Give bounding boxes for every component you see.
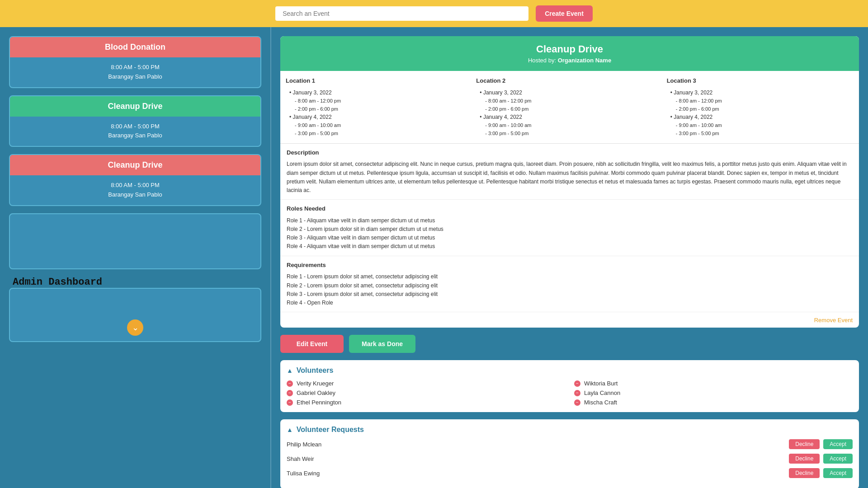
location-3-time-1a: 8:00 am - 12:00 pm (670, 97, 854, 105)
location-2-title: Location 2 (476, 76, 663, 86)
event-card-1-body: 8:00 AM - 5:00 PM Barangay San Pablo (10, 57, 260, 87)
event-card-1[interactable]: Blood Donation 8:00 AM - 5:00 PM Baranga… (9, 36, 261, 88)
request-actions-1: Decline Accept (789, 439, 853, 449)
request-name-2: Shah Weir (287, 455, 314, 462)
event-card-2-title: Cleanup Drive (10, 96, 260, 117)
volunteer-status-dot-4: − (574, 390, 580, 396)
request-actions-3: Decline Accept (789, 468, 853, 478)
event-card-3-time: 8:00 AM - 5:00 PM (17, 181, 253, 190)
location-2-date-2: January 4, 2022 (480, 113, 663, 122)
volunteer-status-dot-5: − (287, 399, 293, 406)
req-3: Role 3 - Lorem ipsum dolor sit amet, con… (287, 290, 853, 299)
volunteer-item-1: − Verity Krueger (287, 380, 565, 387)
role-1: Role 1 - Aliquam vitae velit in diam sem… (287, 216, 853, 225)
request-row-2: Shah Weir Decline Accept (287, 454, 853, 464)
role-2: Role 2 - Lorem ipsum dolor sit in diam s… (287, 225, 853, 234)
roles-title: Roles Needed (287, 204, 853, 214)
event-card-1-time: 8:00 AM - 5:00 PM (17, 63, 253, 72)
action-buttons-row: Edit Event Mark as Done (280, 335, 859, 353)
requests-chevron-icon: ▲ (287, 426, 293, 433)
event-card-3[interactable]: Cleanup Drive 8:00 AM - 5:00 PM Barangay… (9, 154, 261, 206)
volunteer-item-6: − Mischa Craft (574, 399, 853, 406)
event-card-3-body: 8:00 AM - 5:00 PM Barangay San Pablo (10, 175, 260, 205)
create-event-button[interactable]: Create Event (536, 5, 593, 22)
volunteer-status-dot-3: − (287, 390, 293, 396)
admin-dashboard-label: Admin Dashboard (9, 277, 261, 288)
chevron-down-button[interactable]: ⌄ (127, 319, 143, 336)
volunteer-name-1: Verity Krueger (297, 380, 334, 387)
volunteers-section: ▲ Volunteers − Verity Krueger − Wiktoria… (280, 360, 859, 412)
location-1-date-1: January 3, 2022 (289, 89, 472, 97)
event-card-3-title: Cleanup Drive (10, 155, 260, 175)
detail-panel: Cleanup Drive Hosted by: Organization Na… (271, 27, 868, 488)
location-2: Location 2 January 3, 2022 8:00 am - 12:… (476, 76, 663, 138)
volunteers-chevron-icon: ▲ (287, 367, 293, 374)
decline-button-2[interactable]: Decline (789, 454, 820, 464)
location-3-time-2a: 9:00 am - 10:00 am (670, 122, 854, 130)
main-layout: Blood Donation 8:00 AM - 5:00 PM Baranga… (0, 27, 868, 488)
volunteer-item-3: − Gabriel Oakley (287, 389, 565, 396)
event-card-5[interactable]: ⌄ (9, 288, 261, 342)
volunteer-item-5: − Ethel Pennington (287, 399, 565, 406)
location-3-date-2: January 4, 2022 (670, 113, 854, 122)
description-title: Description (287, 148, 853, 158)
location-1-time-1a: 8:00 am - 12:00 pm (289, 97, 472, 105)
request-name-3: Tulisa Ewing (287, 470, 320, 477)
remove-event-link[interactable]: Remove Event (814, 317, 853, 324)
event-card-1-location: Barangay San Pablo (17, 72, 253, 82)
req-4: Role 4 - Open Role (287, 299, 853, 307)
volunteer-requests-section: ▲ Volunteer Requests Philip Mclean Decli… (280, 419, 859, 488)
accept-button-3[interactable]: Accept (823, 468, 853, 478)
search-input[interactable] (275, 6, 528, 21)
location-2-time-1a: 8:00 am - 12:00 pm (480, 97, 663, 105)
event-card-2-time: 8:00 AM - 5:00 PM (17, 122, 253, 131)
requests-title: Volunteer Requests (297, 426, 364, 434)
location-3: Location 3 January 3, 2022 8:00 am - 12:… (667, 76, 854, 138)
event-card-2-location: Barangay San Pablo (17, 131, 253, 141)
accept-button-2[interactable]: Accept (823, 454, 853, 464)
locations-row: Location 1 January 3, 2022 8:00 am - 12:… (280, 71, 859, 144)
req-2: Role 2 - Lorem ipsum dolor sit amet, con… (287, 282, 853, 290)
volunteer-name-2: Wiktoria Burt (584, 380, 618, 387)
request-actions-2: Decline Accept (789, 454, 853, 464)
event-card-1-title: Blood Donation (10, 37, 260, 57)
volunteer-name-4: Layla Cannon (584, 389, 620, 396)
location-1-time-2a: 9:00 am - 10:00 am (289, 122, 472, 130)
event-detail-header: Cleanup Drive Hosted by: Organization Na… (280, 36, 859, 71)
location-2-date-1: January 3, 2022 (480, 89, 663, 97)
location-3-time-1b: 2:00 pm - 6:00 pm (670, 105, 854, 113)
header: Create Event (0, 0, 868, 27)
event-detail-card: Cleanup Drive Hosted by: Organization Na… (280, 36, 859, 328)
volunteer-status-dot-6: − (574, 399, 580, 406)
event-detail-hosted: Hosted by: Organization Name (288, 57, 852, 64)
accept-button-1[interactable]: Accept (823, 439, 853, 449)
mark-as-done-button[interactable]: Mark as Done (349, 335, 415, 353)
role-3: Role 3 - Aliquam vitae velit in diam sem… (287, 234, 853, 242)
volunteer-name-6: Mischa Craft (584, 399, 617, 406)
role-4: Role 4 - Aliquam vitae velit in diam sem… (287, 242, 853, 251)
location-3-title: Location 3 (667, 76, 854, 86)
volunteers-grid: − Verity Krueger − Wiktoria Burt − Gabri… (287, 380, 853, 406)
location-1-title: Location 1 (286, 76, 472, 86)
requirements-title: Requirements (287, 261, 853, 270)
description-section: Description Lorem ipsum dolor sit amet, … (280, 144, 859, 200)
volunteers-title-row: ▲ Volunteers (287, 366, 853, 375)
location-1-time-1b: 2:00 pm - 6:00 pm (289, 105, 472, 113)
volunteer-status-dot-2: − (574, 380, 580, 387)
event-card-2[interactable]: Cleanup Drive 8:00 AM - 5:00 PM Barangay… (9, 95, 261, 147)
volunteers-title: Volunteers (297, 366, 334, 375)
req-1: Role 1 - Lorem ipsum dolor sit amet, con… (287, 272, 853, 281)
location-3-time-2b: 3:00 pm - 5:00 pm (670, 130, 854, 138)
request-row-1: Philip Mclean Decline Accept (287, 439, 853, 449)
location-1-time-2b: 3:00 pm - 5:00 pm (289, 130, 472, 138)
requirements-section: Requirements Role 1 - Lorem ipsum dolor … (280, 256, 859, 313)
event-detail-title: Cleanup Drive (288, 43, 852, 55)
edit-event-button[interactable]: Edit Event (280, 335, 344, 353)
location-2-time-2a: 9:00 am - 10:00 am (480, 122, 663, 130)
event-card-4[interactable] (9, 213, 261, 269)
volunteer-item-2: − Wiktoria Burt (574, 380, 853, 387)
request-name-1: Philip Mclean (287, 441, 321, 448)
decline-button-3[interactable]: Decline (789, 468, 820, 478)
decline-button-1[interactable]: Decline (789, 439, 820, 449)
volunteer-name-3: Gabriel Oakley (297, 389, 335, 396)
